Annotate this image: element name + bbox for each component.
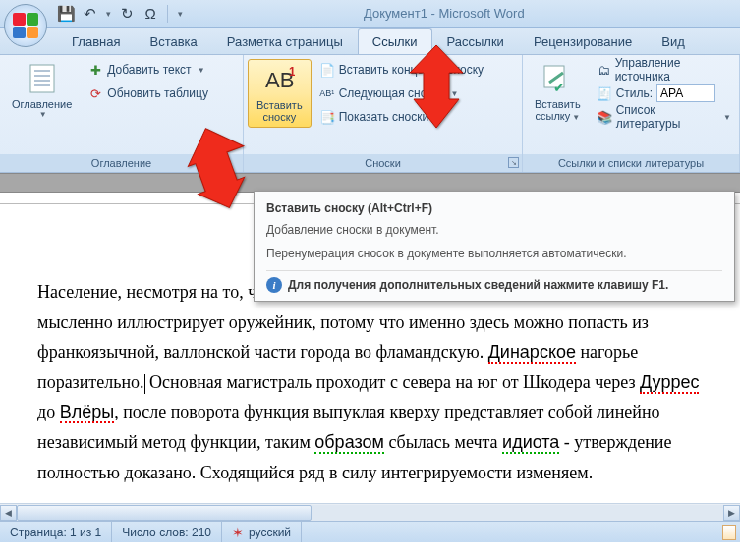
- footnote-icon: AB1: [263, 64, 295, 95]
- insert-citation-button[interactable]: ✔ Вставить ссылку▼: [527, 59, 589, 126]
- spellcheck-icon: ✶: [232, 525, 244, 540]
- qat-customize-dropdown[interactable]: ▾: [174, 9, 186, 19]
- office-button[interactable]: [4, 4, 47, 47]
- title-bar: 💾 ↶ ▾ ↻ Ω ▾ Документ1 - Microsoft Word: [0, 0, 740, 28]
- page-separator: [0, 173, 740, 193]
- save-icon[interactable]: 💾: [55, 3, 77, 25]
- dialog-launcher-icon[interactable]: ↘: [508, 157, 519, 168]
- bibliography-button[interactable]: 📚 Список литературы ▼: [593, 106, 735, 128]
- toc-label: Оглавление: [12, 98, 72, 110]
- scroll-thumb[interactable]: [17, 505, 312, 521]
- manage-sources-button[interactable]: 🗂 Управление источника: [593, 59, 735, 81]
- tooltip-insert-footnote: Вставить сноску (Alt+Ctrl+F) Добавление …: [254, 191, 735, 302]
- add-text-icon: ✚: [87, 62, 103, 78]
- tab-insert[interactable]: Вставка: [135, 28, 211, 54]
- scroll-left-button[interactable]: ◀: [0, 505, 17, 521]
- annotation-arrow-2: [402, 45, 471, 132]
- chevron-down-icon: ▼: [198, 66, 205, 75]
- insert-citation-label-1: Вставить: [535, 98, 581, 110]
- symbol-icon[interactable]: Ω: [140, 3, 161, 25]
- chevron-down-icon: ▼: [723, 113, 731, 122]
- view-print-layout-icon[interactable]: [718, 525, 740, 540]
- svg-marker-10: [410, 45, 463, 128]
- tab-layout[interactable]: Разметка страницы: [212, 28, 358, 54]
- toc-icon: [27, 63, 58, 94]
- horizontal-scrollbar[interactable]: ◀ ▶: [0, 503, 740, 521]
- style-selector[interactable]: 🧾 Стиль:: [593, 83, 735, 104]
- group-title-citations: Ссылки и списки литературы: [523, 154, 739, 172]
- insert-footnote-label-2: сноску: [263, 111, 297, 123]
- tooltip-title: Вставить сноску (Alt+Ctrl+F): [266, 201, 722, 215]
- status-language[interactable]: ✶ русский: [222, 522, 302, 542]
- status-page[interactable]: Страница: 1 из 1: [0, 522, 112, 542]
- window-title: Документ1 - Microsoft Word: [364, 6, 525, 21]
- insert-footnote-button[interactable]: AB1 Вставить сноску: [248, 59, 312, 128]
- bibliography-icon: 📚: [597, 109, 612, 125]
- refresh-icon: ⟳: [87, 85, 103, 101]
- undo-icon[interactable]: ↶: [79, 3, 100, 25]
- status-bar: Страница: 1 из 1 Число слов: 210 ✶ русск…: [0, 521, 740, 542]
- annotation-arrow-1: [181, 128, 250, 214]
- chevron-down-icon: ▼: [39, 110, 47, 119]
- style-icon: 🧾: [597, 85, 612, 101]
- toc-button[interactable]: Оглавление ▼: [4, 59, 80, 123]
- ribbon: Оглавление ▼ ✚ Добавить текст ▼ ⟳ Обнови…: [0, 55, 740, 173]
- office-logo-icon: [13, 13, 38, 38]
- tooltip-line-1: Добавление сноски в документ.: [266, 223, 722, 237]
- quick-access-toolbar: 💾 ↶ ▾ ↻ Ω ▾: [55, 0, 186, 27]
- tab-review[interactable]: Рецензирование: [519, 28, 647, 54]
- help-icon: i: [266, 277, 282, 293]
- manage-sources-icon: 🗂: [597, 62, 611, 78]
- svg-rect-0: [30, 65, 54, 92]
- ribbon-tabs: Главная Вставка Разметка страницы Ссылки…: [0, 28, 740, 55]
- group-title-footnotes: Сноски ↘: [244, 154, 522, 172]
- next-footnote-icon: AB¹: [319, 85, 335, 101]
- qat-separator: [167, 5, 168, 23]
- style-input[interactable]: [656, 84, 715, 102]
- svg-text:1: 1: [289, 65, 295, 79]
- undo-dropdown[interactable]: ▾: [102, 9, 114, 19]
- insert-citation-label-2: ссылку▼: [535, 110, 580, 122]
- text-cursor: [144, 374, 145, 394]
- citation-icon: ✔: [541, 63, 573, 94]
- svg-marker-9: [181, 128, 250, 210]
- tab-home[interactable]: Главная: [57, 28, 135, 54]
- endnote-icon: 📄: [319, 62, 335, 78]
- insert-footnote-label-1: Вставить: [256, 99, 303, 111]
- scroll-right-button[interactable]: ▶: [723, 505, 740, 521]
- tooltip-line-2: Перенумерация сносок в документе выполня…: [266, 247, 722, 260]
- show-notes-icon: 📑: [319, 109, 335, 125]
- add-text-button[interactable]: ✚ Добавить текст ▼: [84, 59, 212, 81]
- tooltip-help: i Для получения дополнительных сведений …: [266, 270, 722, 293]
- scroll-track[interactable]: [17, 505, 723, 521]
- svg-text:✔: ✔: [553, 80, 565, 94]
- status-wordcount[interactable]: Число слов: 210: [112, 522, 222, 542]
- update-toc-button[interactable]: ⟳ Обновить таблицу: [84, 83, 212, 104]
- tab-view[interactable]: Вид: [647, 28, 700, 54]
- redo-icon[interactable]: ↻: [116, 3, 138, 25]
